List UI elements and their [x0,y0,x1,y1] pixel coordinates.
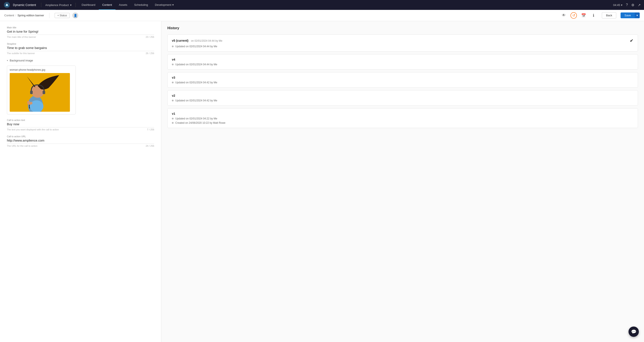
image-svg [10,73,70,112]
app-logo [4,1,10,8]
cta-text-hint: The text you want displayed with the cal… [7,128,154,131]
svg-point-1 [6,4,8,6]
account-icon[interactable]: ↗ [638,3,640,7]
save-caret-button[interactable]: ▾ [635,12,640,18]
image-filename: woman-phone-headphones.jpg [10,68,73,71]
nav-time: 04:45 ▾ [613,3,623,7]
cta-url-label: Call to action URL [7,135,154,138]
history-title: History [167,26,638,30]
calendar-icon[interactable]: 📅 [580,12,587,19]
toolbar-icons: 👁 ↺ 📅 ℹ [560,12,597,19]
breadcrumb-parent[interactable]: Content [4,14,14,17]
main-title-count: 23 / 256 [146,36,154,38]
content-panel: Main title Get in tune for Spring! The m… [0,21,161,342]
cta-text-label: Call to action text [7,119,154,121]
history-card-v3[interactable]: v3 Updated on 02/01/2024 04:42 by Me [167,72,638,88]
main-title-hint: The main title of this banner 23 / 256 [7,36,154,38]
history-dot [172,64,174,65]
nav-tabs: Dashboard Content Assets Scheduling Deve… [78,0,177,10]
save-button[interactable]: Save [620,12,635,18]
main-title-value[interactable]: Get in tune for Spring! [7,30,154,35]
cta-url-group: Call to action URL http://www.amplience.… [7,135,154,147]
strapline-count: 26 / 256 [146,52,154,55]
avatar-button[interactable]: 👤 [72,12,78,18]
history-v3-entry-text: Updated on 02/01/2024 04:42 by Me [175,81,217,84]
tab-development[interactable]: Development ▾ [152,0,177,10]
history-v5-label: v5 (current) [172,39,188,42]
history-card-v2[interactable]: v2 Updated on 02/01/2024 04:42 by Me [167,90,638,106]
cta-text-value[interactable]: Buy now [7,122,154,127]
strapline-hint: The subtitle for this banner 26 / 256 [7,52,154,55]
nav-divider [41,3,41,7]
development-chevron-icon: ▾ [172,3,174,6]
settings-icon[interactable]: ⚙ [631,3,634,7]
history-v1-entry-0-text: Updated on 02/01/2024 04:22 by Me [175,117,217,120]
history-dot [172,45,174,47]
svg-rect-6 [42,91,45,94]
history-panel: History v5 (current) on 02/01/2024 04:44… [161,21,644,342]
app-name: Dynamic Content [13,3,36,7]
preview-icon[interactable]: 👁 [560,12,567,19]
history-dot [172,100,174,101]
history-v2-entry-0: Updated on 02/01/2024 04:42 by Me [172,99,634,102]
history-v5-title-group: v5 (current) on 02/01/2024 04:44 by Me [172,39,222,42]
cta-text-group: Call to action text Buy now The text you… [7,119,154,131]
main-layout: Main title Get in tune for Spring! The m… [0,21,644,342]
background-section-header[interactable]: ▾ Background image [7,59,154,62]
history-v1-entry-1: Created on 24/06/2020 10:22 by Matt Rowe [172,121,634,124]
history-v5-check-icon: ✔ [630,38,634,43]
chat-bubble[interactable]: 💬 [628,327,639,337]
product-chevron-icon: ▾ [70,3,72,7]
tab-dashboard[interactable]: Dashboard [78,0,99,10]
strapline-label: Strapline [7,42,154,45]
top-nav: Dynamic Content Amplience Product ▾ Dash… [0,0,644,10]
background-section-label: Background image [10,59,33,62]
avatar-icon: 👤 [74,14,77,17]
history-v4-header: v4 [172,58,634,61]
tab-scheduling[interactable]: Scheduling [131,0,152,10]
status-button[interactable]: + Status [55,13,70,18]
back-button[interactable]: Back [602,12,616,18]
cta-url-value[interactable]: http://www.amplience.com [7,139,154,144]
history-v5-entry-0: Updated on 02/01/2024 04:44 by Me [172,45,634,48]
cta-text-count: 7 / 256 [147,128,154,131]
breadcrumb: Content / Spring edition banner [4,14,44,17]
nav-icons: ? ⚙ ↗ [626,3,640,7]
history-card-v5[interactable]: v5 (current) on 02/01/2024 04:44 by Me ✔… [167,34,638,52]
history-v2-header: v2 [172,94,634,97]
tab-assets[interactable]: Assets [116,0,131,10]
breadcrumb-bar: Content / Spring edition banner + Status… [0,10,644,21]
strapline-group: Strapline Time to grab some bargains The… [7,42,154,55]
image-card: woman-phone-headphones.jpg [7,65,76,115]
history-v2-entry-text: Updated on 02/01/2024 04:42 by Me [175,99,217,102]
history-v1-entry-0: Updated on 02/01/2024 04:22 by Me [172,117,634,120]
product-selector[interactable]: Amplience Product ▾ [42,3,74,7]
history-card-v1[interactable]: v1 Updated on 02/01/2024 04:22 by Me Cre… [167,108,638,128]
history-dot [172,118,174,119]
history-v3-entry-0: Updated on 02/01/2024 04:42 by Me [172,81,634,84]
background-image-group: ▾ Background image woman-phone-headphone… [7,59,154,115]
strapline-value[interactable]: Time to grab some bargains [7,46,154,51]
history-v4-entry-text: Updated on 02/01/2024 04:44 by Me [175,63,217,66]
breadcrumb-current: Spring edition banner [18,14,44,17]
bc-divider [49,13,50,18]
save-button-group: Save ▾ [620,12,640,18]
help-icon[interactable]: ? [626,3,628,7]
history-card-v4[interactable]: v4 Updated on 02/01/2024 04:44 by Me [167,54,638,70]
product-name: Amplience Product [45,3,68,7]
info-icon[interactable]: ℹ [590,12,597,19]
history-v5-header: v5 (current) on 02/01/2024 04:44 by Me ✔ [172,38,634,43]
history-icon[interactable]: ↺ [570,12,577,19]
cta-url-count: 24 / 256 [146,145,154,147]
history-v3-header: v3 [172,76,634,79]
history-dot [172,82,174,83]
history-v4-entry-0: Updated on 02/01/2024 04:44 by Me [172,63,634,66]
chevron-down-icon: ▾ [7,59,8,62]
tab-content[interactable]: Content [99,0,116,10]
chat-icon: 💬 [631,329,636,334]
history-dot [172,122,174,124]
time-chevron-icon: ▾ [621,3,622,7]
history-v1-entry-1-text: Created on 24/06/2020 10:22 by Matt Rowe [175,121,226,124]
history-v5-meta: on 02/01/2024 04:44 by Me [191,39,222,42]
breadcrumb-separator: / [16,14,16,17]
